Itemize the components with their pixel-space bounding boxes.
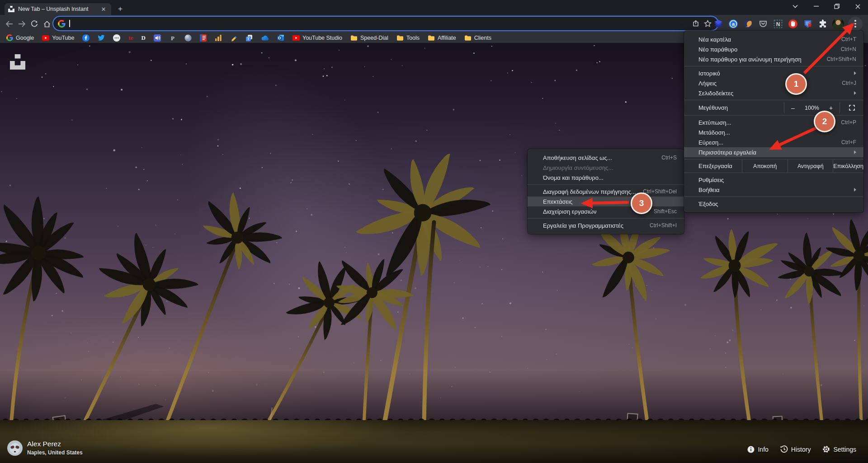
svg-text:O: O xyxy=(278,36,281,40)
share-icon[interactable] xyxy=(690,18,702,29)
menu-item-new-window[interactable]: Νέο παράθυροCtrl+N xyxy=(684,44,863,54)
layers-extension-icon[interactable] xyxy=(713,19,724,29)
swirl-extension-icon[interactable] xyxy=(743,19,754,29)
profile-avatar[interactable] xyxy=(832,18,844,30)
annotation-step-3: 3 xyxy=(631,192,652,214)
back-icon[interactable] xyxy=(3,18,15,30)
info-link[interactable]: Info xyxy=(747,446,768,453)
menu-item-name-window[interactable]: Όνομα και παράθυρο... xyxy=(528,173,684,182)
settings-link[interactable]: Settings xyxy=(822,445,856,453)
bookmark-bar-chart-icon[interactable] xyxy=(215,34,222,41)
more-tools-submenu: Αποθήκευση σελίδας ως...Ctrl+S Δημιουργί… xyxy=(528,149,684,234)
annotation-step-1: 1 xyxy=(785,73,807,95)
submenu-arrow-icon xyxy=(854,91,856,95)
folder-icon xyxy=(350,35,358,41)
cut-button[interactable]: Αποκοπή xyxy=(742,159,788,173)
menu-item-edit-row: Επεξεργασία Αποκοπή Αντιγραφή Επικόλληση xyxy=(684,159,863,173)
bookmark-facebook-icon[interactable] xyxy=(82,34,90,42)
minimize-button[interactable] xyxy=(806,0,826,13)
close-button[interactable] xyxy=(847,0,868,13)
shield-lock-icon[interactable] xyxy=(802,19,813,29)
bookmark-d-letter-icon[interactable]: D xyxy=(142,34,146,42)
menu-separator xyxy=(528,218,684,219)
tab-search-chevron-icon[interactable] xyxy=(785,0,806,13)
menu-item-developer-tools[interactable]: Εργαλεία για ΠρογραμματιστέςCtrl+Shift+I xyxy=(528,220,684,230)
bookmark-star-icon[interactable] xyxy=(702,18,713,29)
browser-menu-kebab-icon[interactable] xyxy=(848,17,863,31)
address-bar-input[interactable] xyxy=(53,17,718,30)
bookmark-folder-tools[interactable]: Tools xyxy=(396,35,420,41)
menu-item-downloads[interactable]: ΛήψειςCtrl+J xyxy=(684,78,863,88)
paste-button[interactable]: Επικόλληση xyxy=(833,159,863,173)
unsplash-favicon-icon xyxy=(8,6,14,12)
bookmark-medium-dots-icon[interactable] xyxy=(113,34,120,42)
menu-item-help[interactable]: Βοήθεια xyxy=(684,185,863,195)
bookmark-te-icon[interactable]: te xyxy=(128,34,133,42)
bookmark-red-doc-icon[interactable] xyxy=(200,34,207,42)
menu-item-bookmarks[interactable]: Σελιδοδείκτες xyxy=(684,88,863,98)
new-tab-button[interactable]: + xyxy=(115,4,126,14)
browser-window: New Tab – Unsplash Instant ✕ + a xyxy=(0,0,868,463)
folder-icon xyxy=(396,35,404,41)
menu-item-save-page-as[interactable]: Αποθήκευση σελίδας ως...Ctrl+S xyxy=(528,153,684,163)
bookmark-youtube-studio[interactable]: YouTube Studio xyxy=(292,35,342,41)
text-cursor xyxy=(69,20,70,27)
menu-item-settings[interactable]: Ρυθμίσεις xyxy=(684,175,863,185)
fullscreen-button[interactable] xyxy=(840,105,863,111)
tab-new-tab[interactable]: New Tab – Unsplash Instant ✕ xyxy=(5,3,111,15)
bookmark-folder-affiliate[interactable]: Affiliate xyxy=(428,35,456,41)
n-clipper-icon[interactable]: N xyxy=(773,19,783,29)
tab-title: New Tab – Unsplash Instant xyxy=(18,6,99,12)
folder-icon xyxy=(464,35,472,41)
restore-button[interactable] xyxy=(826,0,847,13)
menu-item-new-incognito-window[interactable]: Νέο παράθυρο για ανώνυμη περιήγησηCtrl+S… xyxy=(684,54,863,64)
menu-item-new-tab[interactable]: Νέα καρτέλαCtrl+T xyxy=(684,34,863,44)
svg-text:T: T xyxy=(247,37,250,41)
svg-text:N: N xyxy=(776,21,780,27)
bookmark-p-letter-icon[interactable]: P xyxy=(169,34,176,42)
menu-item-print[interactable]: Εκτύπωση...Ctrl+P xyxy=(684,117,863,127)
svg-text:P: P xyxy=(171,34,175,41)
pocket-icon[interactable] xyxy=(758,19,769,29)
bookmark-youtube[interactable]: YouTube xyxy=(42,35,74,41)
menu-item-extensions[interactable]: Επεκτάσεις xyxy=(528,196,684,206)
menu-item-cast[interactable]: Μετάδοση... xyxy=(684,127,863,137)
bookmark-folder-speed-dial[interactable]: Speed-Dial xyxy=(350,35,388,41)
zoom-out-button[interactable]: – xyxy=(784,104,802,112)
menu-item-more-tools[interactable]: Περισσότερα εργαλεία xyxy=(684,147,863,157)
reload-icon[interactable] xyxy=(28,18,41,30)
menu-item-find[interactable]: Εύρεση...Ctrl+F xyxy=(684,137,863,147)
menu-item-zoom: Μεγέθυνση – 100% + xyxy=(684,102,863,113)
google-favicon-icon xyxy=(58,20,66,28)
menu-item-history[interactable]: Ιστορικό xyxy=(684,68,863,78)
bookmark-pencil-icon[interactable] xyxy=(230,34,237,42)
google-g-icon xyxy=(6,34,13,41)
tab-close-icon[interactable]: ✕ xyxy=(99,6,108,13)
menu-item-exit[interactable]: Έξοδος xyxy=(684,199,863,209)
extensions-row: a N xyxy=(713,15,868,33)
hand-blocker-icon[interactable] xyxy=(788,19,798,29)
bookmark-onedrive-icon[interactable] xyxy=(261,35,269,41)
bookmark-folder-clients[interactable]: Clients xyxy=(464,35,491,41)
window-controls xyxy=(785,0,868,13)
bookmark-google[interactable]: Google xyxy=(6,34,34,41)
extensions-puzzle-icon[interactable] xyxy=(817,19,828,29)
copy-button[interactable]: Αντιγραφή xyxy=(788,159,833,173)
history-link[interactable]: History xyxy=(780,445,811,453)
tab-strip: New Tab – Unsplash Instant ✕ + xyxy=(0,0,868,15)
a-circle-extension-icon[interactable]: a xyxy=(728,19,739,29)
bookmark-twitter-icon[interactable] xyxy=(98,35,105,41)
bookmark-globe-icon[interactable] xyxy=(184,34,192,42)
photo-credit[interactable]: Alex Perez Naples, United States xyxy=(7,440,83,456)
menu-item-create-shortcut: Δημιουργία συντόμευσης... xyxy=(528,163,684,173)
unsplash-links: Info History Settings xyxy=(747,445,856,453)
bookmark-outlook-icon[interactable]: O xyxy=(277,34,284,41)
menu-separator xyxy=(684,196,863,197)
bookmark-translate-icon[interactable]: AT xyxy=(245,34,253,42)
photographer-name[interactable]: Alex Perez xyxy=(27,440,83,448)
menu-item-clear-browsing-data[interactable]: Διαγραφή δεδομένων περιήγησης...Ctrl+Shi… xyxy=(528,187,684,196)
forward-icon[interactable] xyxy=(15,18,28,30)
menu-item-task-manager[interactable]: Διαχείριση εργασιώνShift+Esc xyxy=(528,206,684,216)
home-icon[interactable] xyxy=(41,18,53,30)
bookmark-speaker-icon[interactable] xyxy=(154,34,161,42)
